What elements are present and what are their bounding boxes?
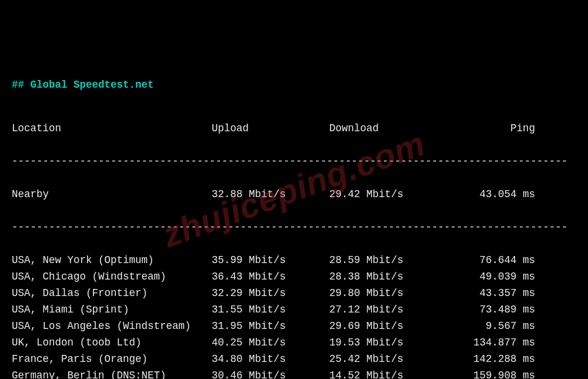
table-row-nearby: Nearby32.88 Mbit/s29.42 Mbit/s43.054 ms — [12, 186, 576, 202]
cell-upload: 31.95 Mbit/s — [212, 318, 329, 334]
divider-line: ----------------------------------------… — [12, 219, 576, 235]
table-row: Germany, Berlin (DNS:NET)30.46 Mbit/s14.… — [12, 367, 576, 379]
col-ping: Ping — [447, 120, 535, 137]
col-download: Download — [329, 120, 447, 137]
cell-download: 29.80 Mbit/s — [329, 285, 447, 301]
cell-upload: 40.25 Mbit/s — [212, 334, 329, 351]
table-row: UK, London (toob Ltd)40.25 Mbit/s19.53 M… — [12, 334, 576, 351]
divider-line: ----------------------------------------… — [12, 153, 576, 169]
cell-download: 27.12 Mbit/s — [329, 301, 447, 318]
cell-location: USA, Chicago (Windstream) — [12, 268, 212, 285]
cell-ping: 43.357 ms — [447, 285, 535, 301]
cell-ping: 73.489 ms — [447, 301, 535, 318]
cell-location: Germany, Berlin (DNS:NET) — [12, 367, 212, 379]
cell-upload: 30.46 Mbit/s — [212, 367, 329, 379]
col-location: Location — [12, 120, 212, 137]
col-upload: Upload — [212, 120, 329, 137]
cell-ping: 49.039 ms — [447, 268, 535, 285]
table-row: France, Paris (Orange)34.80 Mbit/s25.42 … — [12, 351, 576, 367]
cell-location: Nearby — [12, 186, 212, 202]
cell-ping: 43.054 ms — [447, 186, 535, 202]
cell-ping: 159.908 ms — [447, 367, 535, 379]
table-row: USA, Chicago (Windstream)36.43 Mbit/s28.… — [12, 268, 576, 285]
table-row: USA, Dallas (Frontier)32.29 Mbit/s29.80 … — [12, 285, 576, 301]
cell-location: USA, New York (Optimum) — [12, 252, 212, 268]
cell-download: 28.59 Mbit/s — [329, 252, 447, 268]
table-header: LocationUploadDownloadPing — [12, 120, 576, 137]
cell-ping: 9.567 ms — [447, 318, 535, 334]
cell-ping: 142.288 ms — [447, 351, 535, 367]
cell-upload: 32.29 Mbit/s — [212, 285, 329, 301]
table-body: USA, New York (Optimum)35.99 Mbit/s28.59… — [12, 252, 576, 379]
cell-upload: 32.88 Mbit/s — [212, 186, 329, 202]
cell-ping: 76.644 ms — [447, 252, 535, 268]
cell-download: 14.52 Mbit/s — [329, 367, 447, 379]
table-row: USA, New York (Optimum)35.99 Mbit/s28.59… — [12, 252, 576, 268]
table-row: USA, Miami (Sprint)31.55 Mbit/s27.12 Mbi… — [12, 301, 576, 318]
cell-location: UK, London (toob Ltd) — [12, 334, 212, 351]
cell-location: USA, Dallas (Frontier) — [12, 285, 212, 301]
cell-download: 19.53 Mbit/s — [329, 334, 447, 351]
cell-location: France, Paris (Orange) — [12, 351, 212, 367]
cell-upload: 35.99 Mbit/s — [212, 252, 329, 268]
cell-download: 29.42 Mbit/s — [329, 186, 447, 202]
cell-download: 29.69 Mbit/s — [329, 318, 447, 334]
cell-location: USA, Miami (Sprint) — [12, 301, 212, 318]
cell-upload: 31.55 Mbit/s — [212, 301, 329, 318]
cell-download: 28.38 Mbit/s — [329, 268, 447, 285]
section-title: ## Global Speedtest.net — [12, 77, 576, 93]
cell-download: 25.42 Mbit/s — [329, 351, 447, 367]
cell-ping: 134.877 ms — [447, 334, 535, 351]
cell-upload: 36.43 Mbit/s — [212, 268, 329, 285]
cell-upload: 34.80 Mbit/s — [212, 351, 329, 367]
table-row: USA, Los Angeles (Windstream)31.95 Mbit/… — [12, 318, 576, 334]
cell-location: USA, Los Angeles (Windstream) — [12, 318, 212, 334]
